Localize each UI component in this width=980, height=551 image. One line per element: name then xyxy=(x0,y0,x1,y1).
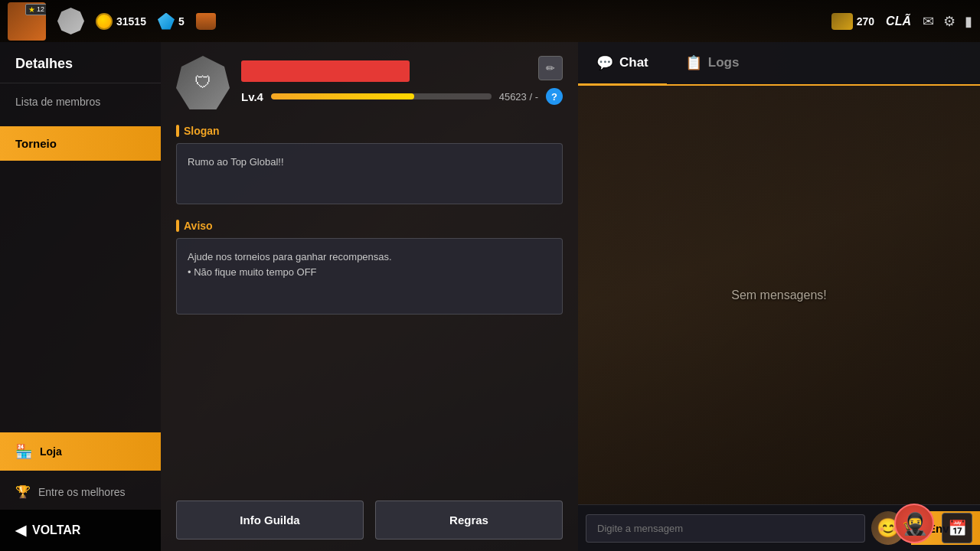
back-arrow-icon: ◀ xyxy=(15,522,26,539)
diamond-icon xyxy=(158,13,175,30)
guild-header: 🛡 Lv.4 45623 / - ? ✏ xyxy=(161,42,578,117)
logs-tab-label: Logs xyxy=(708,55,740,70)
player-avatar[interactable]: ★ 12 xyxy=(8,2,46,41)
diamonds-display: 5 xyxy=(158,13,185,30)
hud-icons: ✉ ⚙ ▮ xyxy=(923,13,972,30)
mail-icon[interactable]: ✉ xyxy=(923,13,934,30)
shop-label: Loja xyxy=(40,445,62,458)
members-label: Lista de membros xyxy=(15,96,100,108)
sidebar-bottom: 🏪 Loja 🏆 Entre os melhores ◀ VOLTAR xyxy=(0,432,161,551)
guild-xp-bar xyxy=(271,93,414,99)
notice-section: Aviso Ajude nos torneios para ganhar rec… xyxy=(176,220,563,315)
sidebar-item-tournament[interactable]: Torneio xyxy=(0,126,161,161)
coins-display: 31515 xyxy=(96,13,146,30)
logs-tab-icon: 📋 xyxy=(685,54,702,71)
calendar-icon-button[interactable]: 📅 xyxy=(942,513,972,543)
notice-label: Aviso xyxy=(176,220,563,232)
guild-level: Lv.4 xyxy=(241,90,263,103)
player-level: 12 xyxy=(37,5,44,13)
notice-text: Ajude nos torneios para ganhar recompens… xyxy=(188,251,392,278)
left-sidebar: Detalhes Lista de membros Torneio 🏪 Loja… xyxy=(0,42,161,551)
info-btn-label: Info Guilda xyxy=(240,514,299,527)
edit-icon: ✏ xyxy=(546,62,555,74)
coin-icon xyxy=(96,13,113,30)
battery-icon: ▮ xyxy=(965,13,972,30)
chat-tab-icon: 💬 xyxy=(596,54,613,71)
sidebar-header: Detalhes xyxy=(0,42,161,83)
ninja-icon-button[interactable]: 🥷 xyxy=(894,504,934,543)
slogan-box: Rumo ao Top Global!! xyxy=(176,143,563,204)
player-level-badge: ★ 12 xyxy=(25,4,46,15)
coins-value: 31515 xyxy=(116,15,146,28)
rules-btn-label: Regras xyxy=(449,514,488,527)
guild-emblem: 🛡 xyxy=(176,56,230,109)
tab-chat[interactable]: 💬 Chat xyxy=(578,42,667,86)
scroll-icon xyxy=(831,13,853,30)
right-panel: 💬 Chat 📋 Logs Sem mensagens! 😊 Enviar xyxy=(578,42,980,551)
top-hud: ★ 12 31515 5 270 CLÃ ✉ ⚙ ▮ xyxy=(0,0,980,42)
diamonds-value: 5 xyxy=(178,15,185,28)
best-label: Entre os melhores xyxy=(38,486,126,498)
guild-xp-bar-container xyxy=(271,93,492,99)
regras-button[interactable]: Regras xyxy=(375,500,563,540)
info-guilda-button[interactable]: Info Guilda xyxy=(176,500,364,540)
help-icon[interactable]: ? xyxy=(546,88,563,105)
slogan-section: Slogan Rumo ao Top Global!! xyxy=(176,125,563,204)
edit-button[interactable]: ✏ xyxy=(538,56,563,80)
sidebar-item-shop[interactable]: 🏪 Loja xyxy=(0,432,161,471)
guild-xp-text: 45623 / - xyxy=(499,91,538,103)
slogan-text: Rumo ao Top Global!! xyxy=(188,156,284,168)
center-panel: 🛡 Lv.4 45623 / - ? ✏ Slogan xyxy=(161,42,578,551)
tab-logs[interactable]: 📋 Logs xyxy=(667,42,758,86)
chat-body: Sem mensagens! xyxy=(578,86,980,504)
bottom-right-icons: 🥷 📅 xyxy=(894,504,972,543)
sidebar-item-members[interactable]: Lista de membros xyxy=(0,83,161,120)
guild-info: Lv.4 45623 / - ? xyxy=(241,60,563,105)
back-label: VOLTAR xyxy=(32,523,80,537)
guild-name-redacted xyxy=(241,60,410,82)
tournament-label: Torneio xyxy=(15,137,57,150)
guild-level-row: Lv.4 45623 / - ? xyxy=(241,88,563,105)
shop-icon: 🏪 xyxy=(15,443,32,460)
chat-tabs: 💬 Chat 📋 Logs xyxy=(578,42,980,86)
rank-icon xyxy=(57,8,84,34)
no-messages-text: Sem mensagens! xyxy=(731,289,827,302)
trophy-icon: 🏆 xyxy=(15,484,31,499)
clan-label: CLÃ xyxy=(886,15,911,28)
settings-icon[interactable]: ⚙ xyxy=(943,13,956,30)
sidebar-title: Detalhes xyxy=(15,56,73,71)
action-buttons: Info Guilda Regras xyxy=(161,485,578,551)
scroll-display: 270 xyxy=(831,13,874,30)
chat-tab-label: Chat xyxy=(619,55,648,70)
sidebar-item-best[interactable]: 🏆 Entre os melhores xyxy=(0,474,161,510)
slogan-label: Slogan xyxy=(176,125,563,137)
chat-message-input[interactable] xyxy=(586,514,865,543)
main-container: Detalhes Lista de membros Torneio 🏪 Loja… xyxy=(0,42,980,551)
bag-icon[interactable] xyxy=(196,13,216,30)
notice-box: Ajude nos torneios para ganhar recompens… xyxy=(176,238,563,315)
scroll-count: 270 xyxy=(857,15,874,28)
back-button[interactable]: ◀ VOLTAR xyxy=(0,510,161,551)
